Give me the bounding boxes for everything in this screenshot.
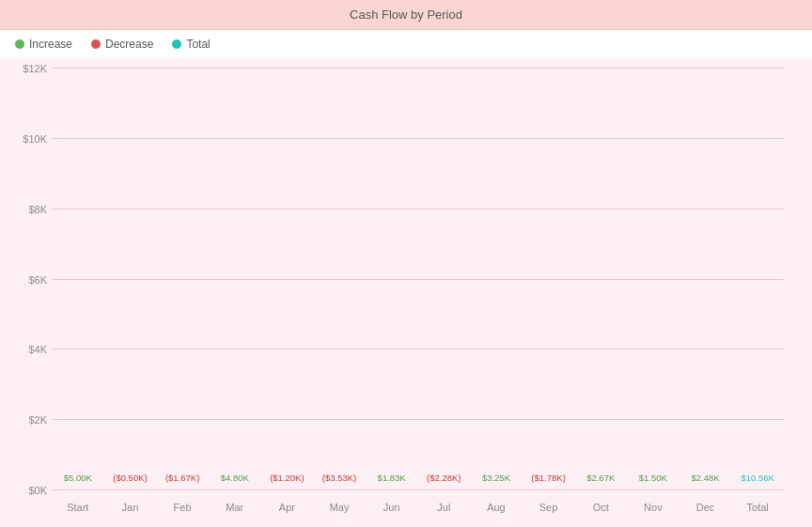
x-axis-label: Aug [487,502,506,513]
x-axis-label: Total [747,502,769,513]
increase-dot [15,39,24,49]
chart-area: $12K$10K$8K$6K$4K$2K$0K $5.00KStart($0.5… [0,58,812,527]
bar-value-label: $2.67K [583,473,619,483]
y-axis-label: $4K [28,344,52,355]
y-axis-label: $0K [28,485,52,496]
bar-group: $2.67KOct [574,68,627,489]
bar-value-label: $3.25K [477,473,514,483]
decrease-label: Decrease [105,38,153,51]
bar-value-label: $2.48K [687,473,724,483]
bar-group: $5.00KStart [52,68,104,489]
bar-value-label: ($0.50K) [112,473,148,483]
bar-value-label: ($2.28K) [426,473,462,483]
legend-decrease: Decrease [91,38,153,51]
increase-label: Increase [29,38,72,51]
total-dot [172,39,181,49]
y-axis-label: $2K [28,414,52,426]
bar-value-label: $4.80K [216,473,253,483]
x-axis-label: Oct [593,502,609,513]
bar-value-label: ($1.67K) [164,473,201,483]
bar-value-label: ($1.78K) [530,473,567,483]
bar-group: $1.50KNov [627,68,679,489]
legend-increase: Increase [15,38,72,51]
x-axis-label: Feb [174,502,192,513]
chart-container: Cash Flow by Period Increase Decrease To… [0,0,812,527]
x-axis-label: Jan [122,502,139,513]
legend-total: Total [172,38,210,51]
bar-group: ($1.20K)Apr [261,68,314,489]
bar-group: $10.56KTotal [731,68,784,489]
bars-container: $5.00KStart($0.50K)Jan($1.67K)Feb$4.80KM… [52,68,784,489]
bar-group: ($1.78K)Sep [523,68,575,489]
x-axis-label: Mar [226,502,243,513]
x-axis-label: Jun [383,502,400,513]
y-axis-label: $6K [28,274,52,286]
bar-value-label: $5.00K [59,473,96,483]
x-axis-label: Nov [644,502,663,513]
x-axis-label: Dec [696,502,715,513]
y-axis-label: $10K [23,133,52,145]
bar-group: ($0.50K)Jan [104,68,157,489]
x-axis-label: Apr [279,502,295,513]
bar-group: ($3.53K)May [313,68,366,489]
bar-group: ($1.67K)Feb [156,68,209,489]
y-axis-label: $8K [28,204,52,215]
chart-title: Cash Flow by Period [0,0,812,30]
x-axis-label: Jul [437,502,450,513]
bar-group: $1.83KJun [366,68,418,489]
x-axis-label: Sep [539,502,558,513]
total-label: Total [186,38,210,51]
bar-value-label: ($1.20K) [269,473,305,483]
bar-value-label: $1.83K [373,473,410,483]
bar-group: ($2.28K)Jul [417,68,470,489]
bar-group: $2.48KDec [679,68,732,489]
bar-value-label: $1.50K [634,473,671,483]
decrease-dot [91,39,101,49]
x-axis-label: May [330,502,350,513]
bar-value-label: ($3.53K) [321,473,358,483]
bar-group: $4.80KMar [209,68,261,489]
bar-value-label: $10.56K [740,473,776,483]
bar-group: $3.25KAug [470,68,523,489]
grid-line: $0K [52,489,784,490]
x-axis-label: Start [67,502,88,513]
y-axis-label: $12K [23,63,52,74]
legend: Increase Decrease Total [0,30,812,58]
